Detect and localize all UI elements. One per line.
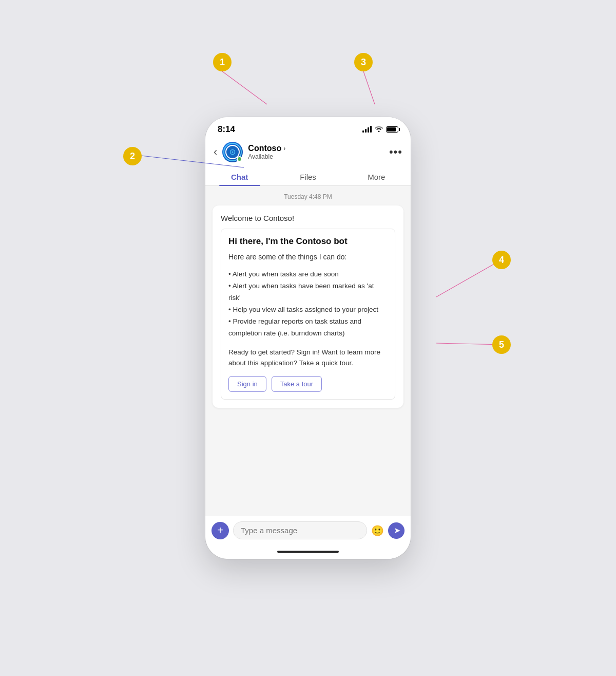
badge-4: 4 [492,251,511,269]
bot-intro: Here are some of the things I can do: [228,252,388,262]
bot-card: Hi there, I'm the Contoso bot Here are s… [221,229,395,400]
online-status-dot [237,156,242,162]
avatar [222,142,243,162]
phone: 8:14 [205,117,411,559]
message-input[interactable] [233,521,367,539]
status-bar: 8:14 [205,117,411,139]
header: ‹ Contoso › Available [205,139,411,167]
badge-3: 3 [354,53,373,71]
send-button[interactable]: ➤ [388,522,405,539]
bot-features: • Alert you when tasks are due soon • Al… [228,269,388,340]
header-info: Contoso › Available [248,144,389,160]
tab-more[interactable]: More [342,167,411,185]
add-attachment-button[interactable]: + [211,522,229,539]
contact-name[interactable]: Contoso › [248,144,389,153]
tab-chat[interactable]: Chat [205,167,274,185]
back-button[interactable]: ‹ [214,145,217,159]
take-a-tour-button[interactable]: Take a tour [272,376,322,392]
home-bar [277,551,339,553]
bot-cta: Ready to get started? Sign in! Want to l… [228,347,388,369]
status-icons [362,125,398,134]
badge-1: 1 [213,53,232,71]
action-buttons: Sign in Take a tour [228,376,388,392]
emoji-button[interactable]: 🙂 [371,524,384,537]
chevron-right-icon: › [283,145,285,152]
welcome-card: Welcome to Contoso! Hi there, I'm the Co… [213,205,403,408]
more-options-button[interactable]: ••• [389,145,402,159]
input-bar: + 🙂 ➤ [205,516,411,544]
status-time: 8:14 [218,124,235,135]
svg-line-2 [363,71,375,104]
contact-status: Available [248,153,389,160]
signal-icon [362,126,372,133]
tabs: Chat Files More [205,167,411,186]
badge-5: 5 [492,335,511,354]
battery-icon [386,126,398,133]
scene: 1 2 3 4 5 8:14 [77,30,539,646]
svg-line-0 [222,71,267,104]
chat-area: Tuesday 4:48 PM Welcome to Contoso! Hi t… [205,186,411,516]
wifi-icon [375,125,383,134]
message-container: Welcome to Contoso! Hi there, I'm the Co… [205,205,411,415]
sign-in-button[interactable]: Sign in [228,376,266,392]
home-indicator [205,544,411,559]
badge-2: 2 [123,147,142,165]
tab-files[interactable]: Files [274,167,342,185]
bot-heading: Hi there, I'm the Contoso bot [228,236,388,247]
message-timestamp: Tuesday 4:48 PM [205,186,411,205]
welcome-title: Welcome to Contoso! [221,214,395,222]
send-icon: ➤ [394,525,400,535]
